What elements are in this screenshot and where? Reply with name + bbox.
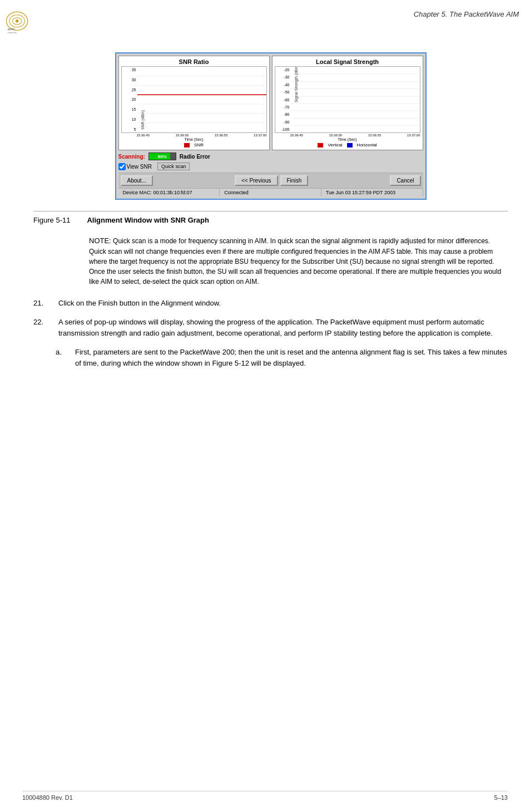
note-label: NOTE: xyxy=(89,237,111,245)
alignment-window: SNR Ratio 35 30 25 20 15 10 5 xyxy=(115,52,427,200)
snr-legend-box xyxy=(184,143,190,147)
signal-title: Local Signal Strength xyxy=(275,58,420,65)
figure-container: SNR Ratio 35 30 25 20 15 10 5 xyxy=(33,52,508,200)
step-22a-label: a. xyxy=(56,347,67,368)
radio-error-label: Radio Error xyxy=(180,154,210,160)
finish-button[interactable]: Finish xyxy=(280,175,309,186)
connection-status: Connected xyxy=(220,189,321,196)
chapter-title: Chapter 5. The PacketWave AIM xyxy=(414,6,519,18)
signal-panel: Local Signal Strength -20 -30 -40 -50 -6… xyxy=(272,56,423,150)
svg-text:aperto: aperto xyxy=(7,28,15,31)
svg-text:networks: networks xyxy=(7,31,16,34)
cancel-button[interactable]: Cancel xyxy=(390,175,420,186)
snr-panel: SNR Ratio 35 30 25 20 15 10 5 xyxy=(118,56,270,150)
buttons-row: About... << Previous Finish Cancel xyxy=(118,173,423,188)
horizontal-legend-label: Horizontal xyxy=(357,142,377,147)
graphs-row: SNR Ratio 35 30 25 20 15 10 5 xyxy=(116,53,425,150)
note-block: NOTE: Quick scan is a mode for frequency… xyxy=(89,235,508,287)
view-snr-label: View SNR xyxy=(127,164,152,170)
main-content: SNR Ratio 35 30 25 20 15 10 5 xyxy=(0,41,530,385)
step-22: 22. A series of pop-up windows will disp… xyxy=(33,317,508,338)
figure-number: Figure 5-11 xyxy=(33,216,70,224)
scanning-percent: 80% xyxy=(149,153,176,160)
signal-legend: Vertical Horizontal xyxy=(275,142,420,147)
signal-graph-area: -20 -30 -40 -50 -60 -70 -80 -90 -100 xyxy=(275,66,420,133)
view-snr-checkbox[interactable] xyxy=(118,163,126,170)
snr-graph-area: 35 30 25 20 15 10 5 xyxy=(121,66,267,133)
page-header: aperto networks Chapter 5. The PacketWav… xyxy=(0,0,530,41)
svg-point-3 xyxy=(16,19,19,23)
company-logo: aperto networks xyxy=(6,6,50,38)
figure-caption: Figure 5-11 Alignment Window with SNR Gr… xyxy=(33,216,508,224)
step-21-number: 21. xyxy=(33,298,50,309)
snr-plot: SNR (dBm) xyxy=(137,67,266,132)
signal-x-label: Time (Sec) xyxy=(275,137,420,141)
scanning-label: Scanning: xyxy=(118,154,145,160)
mac-status: Device MAC: 00:01:3b:10:fd:07 xyxy=(118,189,220,196)
note-text: Quick scan is a mode for frequency scann… xyxy=(89,237,501,286)
aw-bottom: Scanning: 80% Radio Error View SNR Quick… xyxy=(116,150,425,199)
svg-text:Signal Strength (dBm): Signal Strength (dBm) xyxy=(293,67,299,102)
horizontal-legend-box xyxy=(347,143,353,147)
step-22a: a. First, parameters are sent to the Pac… xyxy=(56,347,508,368)
about-button[interactable]: About... xyxy=(121,175,153,186)
snr-legend-label: SNR xyxy=(194,142,204,147)
step-21-text: Click on the Finish button in the Alignm… xyxy=(58,298,508,309)
snr-title: SNR Ratio xyxy=(121,58,267,65)
signal-y-axis: -20 -30 -40 -50 -60 -70 -80 -90 -100 xyxy=(275,67,291,132)
options-row: View SNR Quick scan xyxy=(118,163,423,170)
quick-scan-button[interactable]: Quick scan xyxy=(157,163,190,170)
figure-description: Alignment Window with SNR Graph xyxy=(87,216,209,224)
step-22a-text: First, parameters are sent to the Packet… xyxy=(75,347,508,368)
vertical-legend-box xyxy=(318,143,323,147)
section-divider xyxy=(33,211,508,211)
step-22-number: 22. xyxy=(33,317,50,338)
scanning-progress-bar: 80% xyxy=(148,152,176,160)
snr-x-label: Time (Sec) xyxy=(121,137,267,141)
step-22-text: A series of pop-up windows will display,… xyxy=(58,317,508,338)
snr-y-axis: 35 30 25 20 15 10 5 xyxy=(122,67,137,132)
scanning-row: Scanning: 80% Radio Error xyxy=(118,152,423,160)
previous-button[interactable]: << Previous xyxy=(235,175,278,186)
doc-number: 10004880 Rev. D1 xyxy=(22,794,73,801)
signal-x-axis: 15:36:45 15:36:50 15:36:55 15:37:00 xyxy=(275,134,420,137)
page-number: 5–13 xyxy=(494,794,508,801)
page-footer: 10004880 Rev. D1 5–13 xyxy=(22,791,508,801)
snr-x-axis: 15:36:45 15:36:50 15:36:55 15:37:00 xyxy=(121,134,267,137)
svg-text:SNR (dBm): SNR (dBm) xyxy=(140,110,145,130)
vertical-legend-label: Vertical xyxy=(328,142,342,147)
step-21: 21. Click on the Finish button in the Al… xyxy=(33,298,508,309)
snr-legend: SNR xyxy=(121,142,267,147)
status-bar: Device MAC: 00:01:3b:10:fd:07 Connected … xyxy=(118,188,423,196)
datetime-status: Tue Jun 03 15:27:59 PDT 2003 xyxy=(321,189,423,196)
view-snr-checkbox-label[interactable]: View SNR xyxy=(118,163,152,170)
signal-plot: Signal Strength (dBm) xyxy=(291,67,420,132)
